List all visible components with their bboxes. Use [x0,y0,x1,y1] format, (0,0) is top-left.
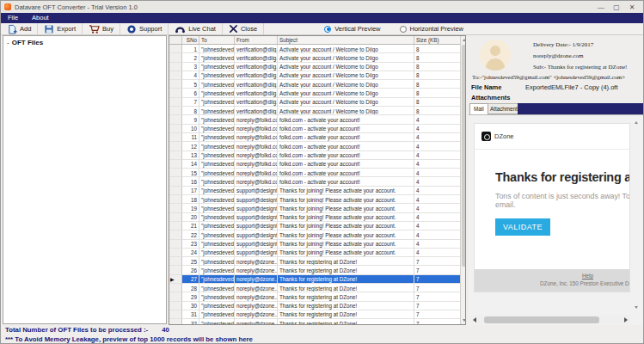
cell-to[interactable]: "johnesdeved59... [199,275,235,284]
table-row[interactable]: 28"johnesdeved59...noreply@dzone...Thank… [169,284,460,292]
cell-to[interactable]: "johnesdeved59... [199,204,235,212]
table-row[interactable]: 3"johnesdeved59...verification@diig...Ac… [169,63,460,71]
table-row[interactable]: 11"johnesdeved59...noreply@folkd.comfolk… [169,133,460,142]
cell-size[interactable]: 4 [414,142,460,150]
table-row[interactable]: 10"johnesdeved59...noreply@folkd.comfolk… [169,125,460,133]
cell-from[interactable]: noreply@dzone... [235,266,278,274]
header-from[interactable]: From [235,36,278,44]
cell-from[interactable]: verification@diig... [235,89,278,97]
cell-to[interactable]: "johnesdeved59... [199,195,235,204]
cell-to[interactable]: "johnesdeved59... [199,169,235,177]
cell-subject[interactable]: Thanks for joining! Please activate your… [278,249,414,257]
cell-size[interactable]: 4 [414,160,460,169]
tree-node-oft-files[interactable]: - OFT Files [7,39,163,46]
cell-subject[interactable]: folkd.com - activate your account! [278,169,414,177]
cell-from[interactable]: verification@diig... [235,45,278,53]
cell-subject[interactable]: Thanks for registering at DZone! [278,292,414,301]
cell-subject[interactable]: Thanks for registering at DZone! [278,284,414,292]
table-row[interactable]: 5"johnesdeved59...verification@diig...Ac… [169,80,460,89]
table-row[interactable]: 19"johnesdeved59...support@designfl...Th… [169,204,460,212]
cell-sno[interactable]: 1 [182,45,199,53]
cell-sno[interactable]: 17 [182,187,199,195]
row-selector-cell[interactable]: ▶ [169,275,182,284]
scroll-left-icon[interactable] [473,317,476,322]
table-vertical-scrollbar[interactable] [460,36,465,324]
row-selector-cell[interactable] [169,284,182,292]
cell-to[interactable]: "johnesdeved59... [199,160,235,169]
cell-to[interactable]: "johnesdeved59... [199,249,235,257]
cell-size[interactable]: 8 [414,45,460,53]
cell-subject[interactable]: Thanks for joining! Please activate your… [278,230,414,239]
cell-from[interactable]: noreply@folkd.com [235,142,278,150]
cell-size[interactable]: 8 [414,53,460,62]
menu-file[interactable]: File [1,13,25,23]
cell-subject[interactable]: Activate your account / Welcome to Diigo [278,63,414,71]
table-row[interactable]: 8"johnesdeved59...verification@diig...Ac… [169,107,460,115]
cell-size[interactable]: 7 [414,284,460,292]
row-selector-cell[interactable] [169,222,182,230]
cell-subject[interactable]: Thanks for joining! Please activate your… [278,240,414,249]
row-selector-cell[interactable] [169,240,182,249]
cell-subject[interactable]: folkd.com - activate your account! [278,177,414,186]
table-row[interactable]: 9"johnesdeved59...noreply@folkd.comfolkd… [169,115,460,124]
cell-from[interactable]: verification@diig... [235,80,278,89]
cell-sno[interactable]: 11 [182,133,199,142]
cell-to[interactable]: "johnesdeved59... [199,187,235,195]
cell-subject[interactable]: Thanks for joining! Please activate your… [278,222,414,230]
cell-size[interactable]: 4 [414,125,460,133]
scroll-up-icon[interactable] [635,121,638,124]
row-selector-cell[interactable] [169,257,182,266]
cell-to[interactable]: "johnesdeved59... [199,302,235,310]
table-row[interactable]: 14"johnesdeved59...noreply@folkd.comfolk… [169,160,460,169]
cell-subject[interactable]: Activate your account / Welcome to Diigo [278,53,414,62]
cell-from[interactable]: noreply@folkd.com [235,133,278,142]
row-selector-cell[interactable] [169,292,182,301]
title-bar[interactable]: Datavare OFT Converter - Trial Version 1… [1,1,643,13]
cell-subject[interactable]: Activate your account / Welcome to Diigo [278,98,414,107]
cell-size[interactable]: 7 [414,292,460,301]
table-row[interactable]: 2"johnesdeved59...verification@diig...Ac… [169,53,460,62]
cell-from[interactable]: verification@diig... [235,107,278,115]
add-button[interactable]: Add [1,23,38,34]
row-selector-cell[interactable] [169,71,182,80]
header-size[interactable]: Size (KB) [414,36,460,44]
header-to[interactable]: To [199,36,235,44]
cell-from[interactable]: noreply@folkd.com [235,125,278,133]
cell-subject[interactable]: Thanks for registering at DZone! [278,266,414,274]
cell-sno[interactable]: 4 [182,71,199,80]
cell-subject[interactable]: Thanks for registering at DZone! [278,310,414,319]
row-selector-cell[interactable] [169,89,182,97]
row-selector-cell[interactable] [169,115,182,124]
cell-to[interactable]: "johnesdeved59... [199,266,235,274]
header-subject[interactable]: Subject [278,36,414,44]
table-row[interactable]: ▶27"johnesdeved59...noreply@dzone...Than… [169,275,460,284]
cell-size[interactable]: 8 [414,89,460,97]
table-row[interactable]: 16"johnesdeved59...noreply@folkd.comfolk… [169,177,460,186]
menu-about[interactable]: About [25,13,56,23]
row-selector-cell[interactable] [169,133,182,142]
row-selector-cell[interactable] [169,80,182,89]
cell-subject[interactable]: Thanks for joining! Please activate your… [278,204,414,212]
cell-from[interactable]: noreply@dzone... [235,302,278,310]
cell-sno[interactable]: 15 [182,169,199,177]
cell-sno[interactable]: 30 [182,302,199,310]
minimize-icon[interactable]: — [593,2,609,13]
cell-to[interactable]: "johnesdeved59... [199,142,235,150]
cell-from[interactable]: verification@diig... [235,71,278,80]
cell-to[interactable]: "johnesdeved59... [199,240,235,249]
table-row[interactable]: 18"johnesdeved59...support@designfl...Th… [169,195,460,204]
cell-subject[interactable]: Thanks for joining! Please activate your… [278,187,414,195]
cell-sno[interactable]: 14 [182,160,199,169]
cell-sno[interactable]: 20 [182,213,199,222]
cell-subject[interactable]: Activate your account / Welcome to Diigo [278,89,414,97]
cell-to[interactable]: "johnesdeved59... [199,257,235,266]
cell-subject[interactable]: folkd.com - activate your account! [278,151,414,160]
cell-from[interactable]: support@designfl... [235,195,278,204]
table-row[interactable]: 6"johnesdeved59...verification@diig...Ac… [169,89,460,97]
cell-sno[interactable]: 29 [182,292,199,301]
cell-sno[interactable]: 3 [182,63,199,71]
cell-sno[interactable]: 13 [182,151,199,160]
cell-size[interactable]: 8 [414,98,460,107]
cell-size[interactable]: 4 [414,151,460,160]
scrollbar-thumb[interactable] [462,45,466,267]
